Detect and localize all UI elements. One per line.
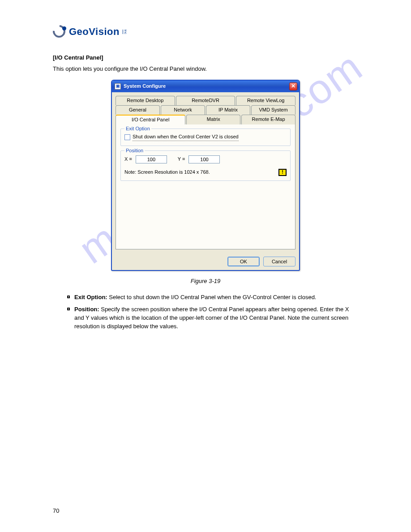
- tab-panel: Exit Option Shut down when the Control C…: [116, 124, 295, 249]
- ok-button[interactable]: OK: [227, 257, 260, 266]
- position-group: Position X = Y = Note: Screen Resolution…: [120, 150, 291, 181]
- dialog-inner: Remote Desktop RemoteDVR Remote ViewLog …: [112, 92, 299, 253]
- titlebar: ▣ System Configure ✕: [112, 81, 299, 92]
- logo-inc: inc: [123, 30, 128, 34]
- square-bullet-icon: [67, 296, 70, 298]
- y-input[interactable]: [188, 155, 220, 163]
- position-legend: Position: [124, 147, 145, 154]
- resolution-note: Note: Screen Resolution is 1024 x 768.: [124, 169, 210, 176]
- tab-matrix[interactable]: Matrix: [186, 115, 240, 124]
- bullet-position: Position: Specify the screen position wh…: [67, 305, 358, 331]
- dialog-title: System Configure: [124, 83, 289, 90]
- shutdown-checkbox-label: Shut down when the Control Center V2 is …: [133, 133, 239, 142]
- tab-remote-emap[interactable]: Remote E-Map: [241, 115, 295, 124]
- x-label: X =: [124, 156, 132, 163]
- page-number: 70: [53, 507, 59, 514]
- system-configure-dialog: ▣ System Configure ✕ Remote Desktop Remo…: [111, 80, 300, 271]
- section-heading: [I/O Central Panel]: [53, 54, 358, 62]
- tab-network[interactable]: Network: [161, 105, 205, 115]
- logo-text: GeoVision: [69, 26, 120, 38]
- tab-io-central-panel[interactable]: I/O Central Panel: [116, 115, 185, 124]
- tab-remote-viewlog[interactable]: Remote ViewLog: [236, 96, 295, 105]
- tab-remote-desktop[interactable]: Remote Desktop: [116, 96, 175, 105]
- intro-paragraph: This option lets you configure the I/O C…: [53, 65, 358, 73]
- shutdown-checkbox[interactable]: [124, 134, 130, 140]
- app-icon: ▣: [115, 83, 121, 90]
- tab-row-1: Remote Desktop RemoteDVR Remote ViewLog: [116, 96, 295, 105]
- bullet-1-rest: Select to shut down the I/O Central Pane…: [107, 294, 317, 300]
- cancel-button[interactable]: Cancel: [263, 257, 295, 266]
- tab-ip-matrix[interactable]: IP Matrix: [206, 105, 250, 115]
- x-input[interactable]: [136, 155, 167, 163]
- tab-row-2: General Network IP Matrix VMD System: [116, 105, 295, 115]
- close-button[interactable]: ✕: [289, 82, 297, 90]
- bullet-list: Exit Option: Select to shut down the I/O…: [67, 293, 358, 330]
- bullet-2-bold: Position:: [74, 306, 99, 313]
- tab-vmd-system[interactable]: VMD System: [251, 105, 295, 115]
- tab-remotedvr[interactable]: RemoteDVR: [176, 96, 235, 105]
- warning-icon: !: [278, 169, 287, 176]
- tab-row-3: I/O Central Panel Matrix Remote E-Map: [116, 115, 295, 124]
- bullet-1-bold: Exit Option:: [74, 294, 107, 300]
- dialog-buttons: OK Cancel: [112, 253, 299, 270]
- figure-caption: Figure 3-19: [53, 277, 358, 286]
- exit-option-legend: Exit Option: [124, 125, 151, 133]
- logo: GeoVision inc: [53, 25, 128, 39]
- y-label: Y =: [178, 156, 185, 163]
- bullet-2-rest: Specify the screen position where the I/…: [74, 306, 349, 330]
- square-bullet-icon: [67, 308, 70, 310]
- tab-general[interactable]: General: [116, 105, 160, 115]
- logo-mark: [53, 25, 66, 39]
- page-body: [I/O Central Panel] This option lets you…: [53, 54, 358, 335]
- exit-option-group: Exit Option Shut down when the Control C…: [120, 129, 291, 146]
- bullet-exit-option: Exit Option: Select to shut down the I/O…: [67, 293, 358, 302]
